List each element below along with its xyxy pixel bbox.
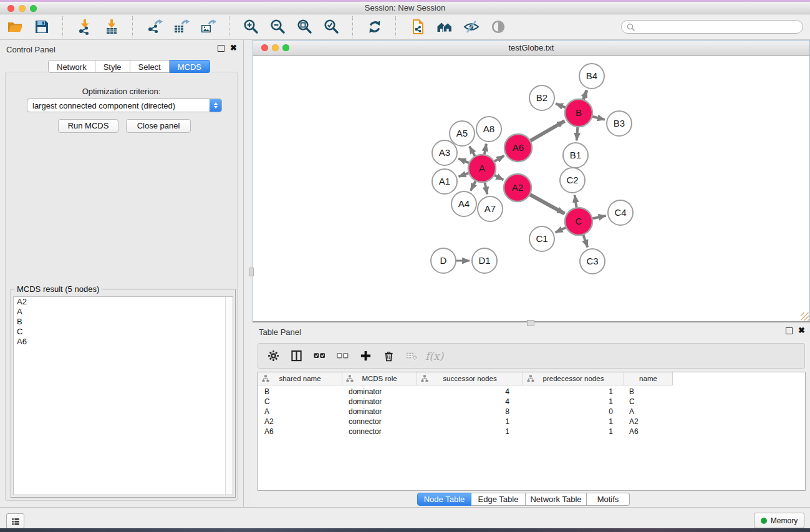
table-cell[interactable]: connector: [342, 427, 417, 437]
import-network-button[interactable]: [76, 17, 93, 36]
table-cell[interactable]: connector: [342, 417, 417, 427]
tab-mcds[interactable]: MCDS: [170, 60, 210, 73]
table-cell[interactable]: C: [258, 397, 342, 407]
table-cell[interactable]: 1: [523, 427, 624, 437]
hide-panel-button[interactable]: [463, 17, 480, 36]
mcds-result-item[interactable]: B: [14, 317, 233, 327]
delete-table-button[interactable]: [405, 349, 418, 364]
zoom-in-button[interactable]: [243, 17, 259, 36]
select-all-button[interactable]: [312, 349, 326, 364]
table-cell[interactable]: 8: [417, 407, 523, 417]
memory-button[interactable]: Memory: [754, 513, 804, 528]
table-cell[interactable]: 1: [417, 427, 523, 437]
show-panel-icon: [490, 19, 506, 35]
table-cell[interactable]: A2: [624, 417, 673, 427]
tab-select[interactable]: Select: [130, 60, 170, 73]
close-panel-icon[interactable]: ✖: [230, 44, 237, 52]
network-maximize-button[interactable]: [282, 44, 289, 51]
delete-row-button[interactable]: [382, 349, 395, 364]
close-table-panel-icon[interactable]: ✖: [798, 327, 805, 334]
table-cell[interactable]: A2: [258, 417, 342, 427]
zoom-selected-button[interactable]: [323, 17, 340, 36]
column-header-predecessor-nodes[interactable]: predecessor nodes: [523, 372, 624, 385]
column-header-shared-name[interactable]: shared name: [258, 372, 342, 385]
table-cell[interactable]: dominator: [342, 407, 417, 417]
graph-node-label-C2: C2: [566, 175, 578, 185]
table-cell[interactable]: A6: [624, 427, 673, 437]
table-cell[interactable]: 4: [417, 387, 523, 397]
column-header-name[interactable]: name: [624, 372, 673, 385]
table-row[interactable]: Adominator80A: [258, 407, 805, 417]
task-history-button[interactable]: [6, 513, 24, 529]
table-cell[interactable]: A6: [258, 427, 342, 437]
deselect-all-button[interactable]: [335, 349, 349, 364]
table-cell[interactable]: 1: [523, 417, 624, 427]
table-row[interactable]: Cdominator41C: [258, 397, 805, 407]
table-cell[interactable]: dominator: [342, 397, 417, 407]
function-builder-button[interactable]: f(x): [425, 350, 443, 362]
export-image-button[interactable]: [200, 17, 216, 36]
export-network-button[interactable]: [146, 17, 163, 36]
scrollbar[interactable]: [225, 297, 233, 495]
show-panel-button[interactable]: [489, 17, 506, 36]
mcds-result-item[interactable]: A6: [14, 337, 233, 347]
save-button[interactable]: [33, 17, 50, 36]
float-table-panel-icon[interactable]: [786, 327, 793, 334]
zoom-fit-button[interactable]: [296, 17, 313, 36]
mcds-result-item[interactable]: A: [14, 307, 233, 317]
mcds-result-list[interactable]: A2ABCA6: [13, 296, 233, 495]
table-tab-edge-table[interactable]: Edge Table: [471, 493, 526, 506]
open-button[interactable]: [6, 17, 23, 36]
table-cell[interactable]: C: [624, 397, 673, 407]
network-document-button[interactable]: [409, 17, 426, 36]
delete-row-icon: [383, 350, 395, 362]
column-header-successor-nodes[interactable]: successor nodes: [417, 372, 523, 385]
table-row[interactable]: A6connector11A6: [258, 427, 805, 437]
memory-status-icon: [761, 518, 767, 524]
open-icon: [7, 19, 23, 35]
table-cell[interactable]: A: [624, 407, 673, 417]
mcds-result-item[interactable]: A2: [14, 297, 233, 307]
tab-style[interactable]: Style: [95, 60, 130, 73]
settings-button[interactable]: [266, 349, 280, 364]
table-tab-motifs[interactable]: Motifs: [587, 493, 630, 506]
run-mcds-button[interactable]: Run MCDS: [58, 119, 118, 133]
network-canvas[interactable]: A5A8A3A1A4A7AA6A2BB2B4B3B1CC2C1C3C4DD1: [253, 56, 809, 321]
table-cell[interactable]: 4: [417, 397, 523, 407]
table-cell[interactable]: 1: [523, 397, 624, 407]
table-tab-node-table[interactable]: Node Table: [417, 493, 471, 506]
zoom-out-button[interactable]: [269, 17, 286, 36]
table-row[interactable]: Bdominator41B: [258, 387, 805, 397]
graph-node-label-C1: C1: [536, 233, 547, 244]
column-header-MCDS-role[interactable]: MCDS role: [342, 372, 417, 385]
import-table-button[interactable]: [103, 17, 120, 36]
table-cell[interactable]: 1: [523, 387, 624, 397]
close-panel-button[interactable]: Close panel: [126, 119, 191, 133]
table-row[interactable]: A2connector11A2: [258, 417, 805, 427]
table-cell[interactable]: 1: [417, 417, 523, 427]
table-panel-title: Table Panel: [259, 327, 301, 337]
network-window-titlebar[interactable]: testGlobe.txt: [253, 41, 809, 56]
home-button[interactable]: [436, 17, 453, 36]
table-cell[interactable]: dominator: [342, 387, 417, 397]
tab-network[interactable]: Network: [48, 60, 95, 73]
network-close-button[interactable]: [261, 44, 268, 51]
table-cell[interactable]: B: [258, 387, 342, 397]
table-cell[interactable]: 0: [523, 407, 624, 417]
mcds-result-item[interactable]: C: [14, 327, 233, 337]
network-minimize-button[interactable]: [272, 44, 279, 51]
add-row-button[interactable]: [359, 349, 372, 364]
search-input[interactable]: [638, 22, 798, 32]
search-box[interactable]: [621, 20, 803, 34]
table-tab-network-table[interactable]: Network Table: [526, 493, 587, 506]
float-panel-icon[interactable]: [218, 45, 224, 52]
divider-grip-vertical[interactable]: [249, 268, 254, 276]
export-table-button[interactable]: [173, 17, 190, 36]
refresh-button[interactable]: [366, 17, 383, 36]
add-row-icon: [360, 350, 372, 362]
columns-button[interactable]: [289, 349, 303, 364]
criterion-select[interactable]: largest connected component (directed): [27, 99, 222, 112]
table-cell[interactable]: A: [258, 407, 342, 417]
divider-grip[interactable]: [527, 320, 534, 326]
table-cell[interactable]: B: [624, 387, 673, 397]
